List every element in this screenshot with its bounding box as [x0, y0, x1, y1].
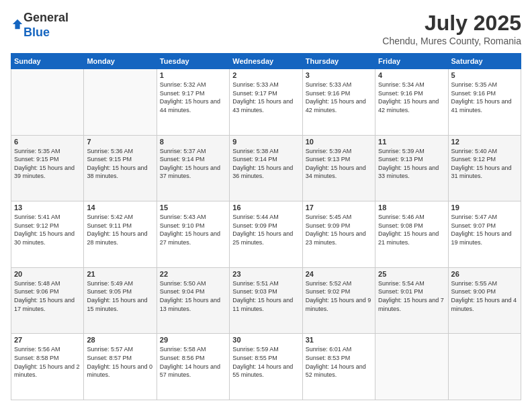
day-detail: Sunrise: 5:43 AMSunset: 9:10 PMDaylight:…	[160, 213, 226, 246]
day-number: 23	[232, 270, 299, 278]
day-number: 15	[160, 203, 226, 212]
col-sunday: Sunday	[11, 54, 84, 69]
calendar-page: General Blue July 2025 Chendu, Mures Cou…	[0, 0, 532, 411]
day-number: 22	[160, 270, 226, 278]
col-tuesday: Tuesday	[157, 54, 229, 69]
day-cell: 9Sunrise: 5:38 AMSunset: 9:14 PMDaylight…	[230, 135, 302, 201]
day-number: 1	[160, 71, 226, 79]
day-detail: Sunrise: 5:36 AMSunset: 9:15 PMDaylight:…	[87, 147, 153, 181]
day-cell: 1Sunrise: 5:32 AMSunset: 9:17 PMDaylight…	[157, 69, 229, 136]
day-cell	[84, 69, 157, 136]
day-cell: 14Sunrise: 5:42 AMSunset: 9:11 PMDayligh…	[84, 201, 157, 268]
day-detail: Sunrise: 5:50 AMSunset: 9:04 PMDaylight:…	[160, 279, 226, 313]
day-cell: 3Sunrise: 5:33 AMSunset: 9:16 PMDaylight…	[302, 69, 375, 136]
day-cell: 12Sunrise: 5:40 AMSunset: 9:12 PMDayligh…	[448, 135, 521, 201]
day-detail: Sunrise: 5:49 AMSunset: 9:05 PMDaylight:…	[87, 279, 153, 313]
day-detail: Sunrise: 5:59 AMSunset: 8:55 PMDaylight:…	[232, 345, 299, 379]
day-cell: 10Sunrise: 5:39 AMSunset: 9:13 PMDayligh…	[302, 135, 375, 201]
day-detail: Sunrise: 5:54 AMSunset: 9:01 PMDaylight:…	[378, 279, 445, 313]
day-detail: Sunrise: 5:37 AMSunset: 9:14 PMDaylight:…	[160, 147, 226, 181]
day-detail: Sunrise: 5:48 AMSunset: 9:06 PMDaylight:…	[14, 279, 81, 313]
day-detail: Sunrise: 5:33 AMSunset: 9:17 PMDaylight:…	[232, 81, 299, 114]
svg-marker-0	[13, 19, 22, 28]
day-detail: Sunrise: 5:39 AMSunset: 9:13 PMDaylight:…	[378, 147, 445, 181]
day-detail: Sunrise: 5:51 AMSunset: 9:03 PMDaylight:…	[232, 279, 299, 313]
day-number: 6	[14, 138, 81, 146]
day-cell: 6Sunrise: 5:35 AMSunset: 9:15 PMDaylight…	[11, 135, 84, 201]
day-number: 26	[451, 270, 518, 278]
day-number: 8	[160, 138, 226, 146]
day-cell: 15Sunrise: 5:43 AMSunset: 9:10 PMDayligh…	[157, 201, 229, 268]
day-number: 2	[232, 71, 299, 79]
day-detail: Sunrise: 5:32 AMSunset: 9:17 PMDaylight:…	[160, 81, 226, 114]
calendar-title: July 2025	[382, 11, 521, 36]
day-detail: Sunrise: 5:41 AMSunset: 9:12 PMDaylight:…	[14, 213, 81, 246]
day-number: 25	[378, 270, 445, 278]
day-number: 14	[87, 203, 153, 212]
day-cell: 2Sunrise: 5:33 AMSunset: 9:17 PMDaylight…	[230, 69, 302, 136]
day-number: 5	[451, 71, 518, 79]
day-number: 11	[378, 138, 445, 146]
day-cell: 23Sunrise: 5:51 AMSunset: 9:03 PMDayligh…	[230, 267, 302, 334]
day-detail: Sunrise: 6:01 AMSunset: 8:53 PMDaylight:…	[306, 345, 372, 379]
day-cell: 19Sunrise: 5:47 AMSunset: 9:07 PMDayligh…	[448, 201, 521, 268]
day-number: 19	[451, 203, 518, 212]
day-number: 24	[306, 270, 372, 278]
day-number: 9	[232, 138, 299, 146]
day-detail: Sunrise: 5:56 AMSunset: 8:58 PMDaylight:…	[14, 345, 81, 379]
logo: General Blue	[11, 11, 69, 40]
day-cell: 20Sunrise: 5:48 AMSunset: 9:06 PMDayligh…	[11, 267, 84, 334]
day-number: 3	[306, 71, 372, 79]
day-cell	[375, 334, 448, 400]
col-thursday: Thursday	[302, 54, 375, 69]
day-cell: 18Sunrise: 5:46 AMSunset: 9:08 PMDayligh…	[375, 201, 448, 268]
day-detail: Sunrise: 5:46 AMSunset: 9:08 PMDaylight:…	[378, 213, 445, 246]
day-number: 31	[306, 336, 372, 344]
day-cell: 24Sunrise: 5:52 AMSunset: 9:02 PMDayligh…	[302, 267, 375, 334]
day-detail: Sunrise: 5:45 AMSunset: 9:09 PMDaylight:…	[306, 213, 372, 246]
col-friday: Friday	[375, 54, 448, 69]
day-cell: 25Sunrise: 5:54 AMSunset: 9:01 PMDayligh…	[375, 267, 448, 334]
header: General Blue July 2025 Chendu, Mures Cou…	[11, 11, 521, 46]
day-cell: 16Sunrise: 5:44 AMSunset: 9:09 PMDayligh…	[230, 201, 302, 268]
day-number: 7	[87, 138, 153, 146]
day-cell: 31Sunrise: 6:01 AMSunset: 8:53 PMDayligh…	[302, 334, 375, 400]
col-saturday: Saturday	[448, 54, 521, 69]
title-block: July 2025 Chendu, Mures County, Romania	[382, 11, 521, 46]
day-cell: 8Sunrise: 5:37 AMSunset: 9:14 PMDaylight…	[157, 135, 229, 201]
day-detail: Sunrise: 5:33 AMSunset: 9:16 PMDaylight:…	[306, 81, 372, 114]
day-number: 30	[232, 336, 299, 344]
day-number: 20	[14, 270, 81, 278]
week-row-2: 13Sunrise: 5:41 AMSunset: 9:12 PMDayligh…	[11, 201, 521, 268]
col-wednesday: Wednesday	[230, 54, 302, 69]
logo-icon	[11, 18, 24, 30]
day-detail: Sunrise: 5:42 AMSunset: 9:11 PMDaylight:…	[87, 213, 153, 246]
day-number: 17	[306, 203, 372, 212]
day-number: 21	[87, 270, 153, 278]
day-cell: 5Sunrise: 5:35 AMSunset: 9:16 PMDaylight…	[448, 69, 521, 136]
day-detail: Sunrise: 5:44 AMSunset: 9:09 PMDaylight:…	[232, 213, 299, 246]
day-detail: Sunrise: 5:57 AMSunset: 8:57 PMDaylight:…	[87, 345, 153, 379]
week-row-3: 20Sunrise: 5:48 AMSunset: 9:06 PMDayligh…	[11, 267, 521, 334]
day-cell: 17Sunrise: 5:45 AMSunset: 9:09 PMDayligh…	[302, 201, 375, 268]
day-cell: 11Sunrise: 5:39 AMSunset: 9:13 PMDayligh…	[375, 135, 448, 201]
day-cell: 29Sunrise: 5:58 AMSunset: 8:56 PMDayligh…	[157, 334, 229, 400]
day-detail: Sunrise: 5:40 AMSunset: 9:12 PMDaylight:…	[451, 147, 518, 181]
day-number: 27	[14, 336, 81, 344]
day-detail: Sunrise: 5:55 AMSunset: 9:00 PMDaylight:…	[451, 279, 518, 313]
day-detail: Sunrise: 5:34 AMSunset: 9:16 PMDaylight:…	[378, 81, 445, 114]
week-row-1: 6Sunrise: 5:35 AMSunset: 9:15 PMDaylight…	[11, 135, 521, 201]
day-cell: 26Sunrise: 5:55 AMSunset: 9:00 PMDayligh…	[448, 267, 521, 334]
day-number: 28	[87, 336, 153, 344]
day-number: 29	[160, 336, 226, 344]
day-cell: 27Sunrise: 5:56 AMSunset: 8:58 PMDayligh…	[11, 334, 84, 400]
day-cell: 21Sunrise: 5:49 AMSunset: 9:05 PMDayligh…	[84, 267, 157, 334]
calendar-table: Sunday Monday Tuesday Wednesday Thursday…	[11, 53, 521, 400]
day-cell: 4Sunrise: 5:34 AMSunset: 9:16 PMDaylight…	[375, 69, 448, 136]
calendar-subtitle: Chendu, Mures County, Romania	[382, 36, 521, 46]
day-cell	[448, 334, 521, 400]
col-monday: Monday	[84, 54, 157, 69]
logo-general-text: General	[24, 11, 69, 24]
week-row-0: 1Sunrise: 5:32 AMSunset: 9:17 PMDaylight…	[11, 69, 521, 136]
day-number: 13	[14, 203, 81, 212]
